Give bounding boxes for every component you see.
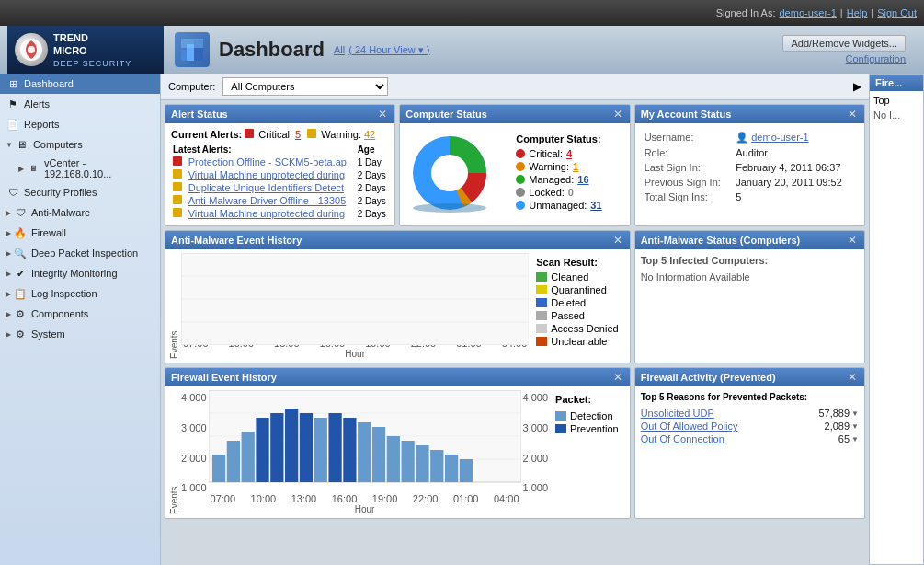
sidebar-item-security-profiles[interactable]: 🛡 Security Profiles — [0, 182, 160, 202]
alert-status-close[interactable]: ✕ — [376, 108, 389, 121]
username-value: 👤 demo-user-1 — [734, 131, 857, 144]
alert-age-4: 2 Days — [356, 194, 390, 207]
critical-legend-count[interactable]: 4 — [566, 148, 572, 159]
alert-link-3[interactable]: Duplicate Unique Identifiers Detect — [188, 182, 344, 193]
firewall-activity-close[interactable]: ✕ — [846, 371, 859, 384]
sidebar-item-log-inspection[interactable]: ▶ 📋 Log Inspection — [0, 283, 160, 304]
trend-micro-logo — [15, 33, 48, 66]
sidebar-item-vcenter[interactable]: ▶ 🖥 vCenter - 192.168.0.10... — [0, 155, 160, 182]
computer-select[interactable]: All Computers — [222, 77, 388, 96]
scroll-right-icon[interactable]: ▶ — [853, 80, 861, 93]
all-dropdown[interactable]: All — [334, 44, 345, 55]
my-account-title: My Account Status — [641, 109, 732, 120]
content-area: Computer: All Computers ▶ Alert Status ✕… — [161, 74, 869, 565]
fw-y-ticks: 4,000 3,000 2,000 1,000 — [181, 390, 207, 514]
alert-dot-2 — [173, 169, 182, 179]
configuration-link[interactable]: Configuration — [846, 53, 906, 64]
sidebar-item-reports[interactable]: 📄 Reports — [0, 114, 160, 134]
critical-count[interactable]: 5 — [295, 129, 301, 140]
total-signins-label: Total Sign Ins: — [643, 190, 733, 203]
latest-alerts-label: Latest Alerts: — [171, 144, 356, 156]
access-denied-dot — [536, 324, 547, 333]
alert-row-1: Protection Offline - SCKM5-beta.ap 1 Day — [171, 156, 389, 168]
firewall-event-close[interactable]: ✕ — [611, 371, 624, 384]
sidebar-item-integrity[interactable]: ▶ ✔ Integrity Monitoring — [0, 263, 160, 283]
antimalware-event-close[interactable]: ✕ — [611, 234, 624, 247]
svg-rect-18 — [226, 441, 239, 482]
product-name: DEEP SECURITY — [53, 59, 131, 68]
right-partial-header: Fire... — [870, 75, 923, 91]
alert-status-widget: Alert Status ✕ Current Alerts: Critical:… — [165, 104, 395, 226]
alert-row-4: Anti-Malware Driver Offline - 13305 2 Da… — [171, 194, 389, 207]
legend-title: Computer Status: — [516, 133, 601, 144]
sidebar-item-components[interactable]: ▶ ⚙ Components — [0, 304, 160, 324]
top5-infected-label: Top 5 Infected Computers: — [641, 255, 859, 266]
alert-dot-1 — [173, 156, 182, 166]
alert-link-5[interactable]: Virtual Machine unprotected during — [188, 208, 345, 219]
managed-legend-dot — [516, 175, 525, 184]
alert-link-4[interactable]: Anti-Malware Driver Offline - 13305 — [188, 195, 347, 206]
add-remove-widgets-button[interactable]: Add/Remove Widgets... — [782, 35, 906, 52]
user-icon: 👤 — [736, 132, 748, 143]
sidebar-label-dashboard: Dashboard — [24, 78, 74, 89]
current-user-link[interactable]: demo-user-1 — [779, 7, 836, 18]
svg-rect-32 — [430, 450, 443, 482]
alert-age-3: 2 Days — [356, 181, 390, 194]
policy-link[interactable]: Out Of Allowed Policy — [641, 421, 738, 432]
svg-rect-30 — [401, 441, 414, 482]
sidebar-label-integrity: Integrity Monitoring — [31, 268, 118, 279]
username-link[interactable]: demo-user-1 — [751, 132, 808, 143]
age-label: Age — [356, 144, 390, 156]
system-icon: ⚙ — [13, 327, 28, 341]
computer-status-title: Computer Status — [405, 109, 487, 120]
svg-rect-29 — [386, 436, 399, 482]
policy-count-value: 2,089 — [825, 421, 850, 432]
firewall-chart-body: Events 4,000 3,000 2,000 1,000 — [165, 386, 630, 518]
pie-chart — [404, 127, 505, 219]
managed-legend-label: Managed: — [529, 174, 574, 185]
legend-passed: Passed — [536, 310, 618, 321]
fw-top5-label: Top 5 Reasons for Prevented Packets: — [641, 392, 859, 402]
alert-age-5: 2 Days — [356, 207, 390, 220]
sidebar-item-system[interactable]: ▶ ⚙ System — [0, 324, 160, 344]
warning-legend-count[interactable]: 1 — [573, 161, 578, 172]
alert-link-1[interactable]: Protection Offline - SCKM5-beta.ap — [188, 156, 347, 167]
right-partial-widget: Fire... Top No I... — [869, 74, 924, 565]
right-partial-noinfo: No I... — [873, 110, 919, 121]
sidebar-item-alerts[interactable]: ⚑ Alerts — [0, 94, 160, 114]
legend-managed: Managed: 16 — [516, 174, 601, 185]
sidebar-item-anti-malware[interactable]: ▶ 🛡 Anti-Malware — [0, 202, 160, 223]
security-profiles-icon: 🛡 — [6, 185, 20, 200]
connection-link[interactable]: Out Of Connection — [641, 433, 724, 444]
my-account-close[interactable]: ✕ — [846, 108, 859, 121]
warning-count[interactable]: 42 — [364, 129, 375, 140]
managed-legend-count[interactable]: 16 — [577, 174, 588, 185]
prevention-label: Prevention — [570, 423, 619, 434]
sidebar-label-anti-malware: Anti-Malware — [31, 207, 90, 218]
sign-out-link[interactable]: Sign Out — [877, 7, 917, 18]
sidebar-item-dpi[interactable]: ▶ 🔍 Deep Packet Inspection — [0, 243, 160, 263]
quarantined-label: Quarantined — [551, 284, 607, 295]
alert-link-2[interactable]: Virtual Machine unprotected during — [188, 169, 345, 180]
alert-age-2: 2 Days — [356, 168, 390, 181]
alert-row-5: Virtual Machine unprotected during 2 Day… — [171, 207, 389, 220]
fw-y-ticks-right: 4,000 3,000 2,000 1,000 — [523, 390, 549, 514]
current-alerts-label: Current Alerts: — [171, 129, 242, 140]
antimalware-status-close[interactable]: ✕ — [846, 234, 859, 247]
cleaned-label: Cleaned — [551, 271, 588, 282]
firewall-activity-header: Firewall Activity (Prevented) ✕ — [635, 368, 864, 386]
computer-status-close[interactable]: ✕ — [611, 108, 624, 121]
computer-bar: Computer: All Computers ▶ — [161, 74, 869, 100]
udp-link[interactable]: Unsolicited UDP — [641, 408, 714, 419]
critical-legend-dot — [516, 149, 525, 158]
unmanaged-legend-count[interactable]: 31 — [590, 200, 601, 211]
sidebar-item-computers[interactable]: ▼ 🖥 Computers — [0, 134, 160, 155]
current-alerts-row: Current Alerts: Critical: 5 Warning: 42 — [171, 129, 389, 140]
sidebar-item-firewall[interactable]: ▶ 🔥 Firewall — [0, 223, 160, 243]
sidebar-item-dashboard[interactable]: ⊞ Dashboard — [0, 74, 160, 94]
sidebar: ⊞ Dashboard ⚑ Alerts 📄 Reports ▼ 🖥 Compu… — [0, 74, 161, 565]
view-dropdown[interactable]: ( 24 Hour View ▾ ) — [348, 44, 429, 56]
my-account-header: My Account Status ✕ — [635, 105, 864, 123]
help-link[interactable]: Help — [847, 7, 868, 18]
reports-icon: 📄 — [6, 117, 20, 132]
